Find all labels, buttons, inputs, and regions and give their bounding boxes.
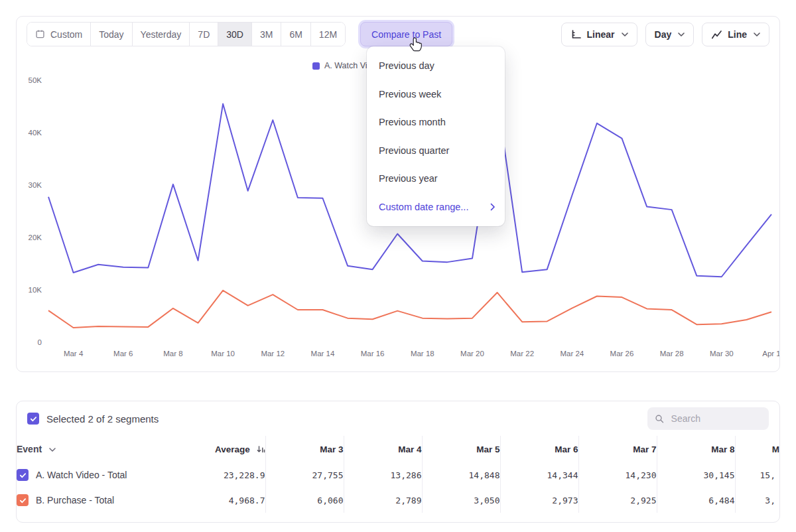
value-cell: 13,286 bbox=[344, 462, 422, 488]
chevron-down-icon bbox=[49, 448, 56, 452]
range-label: Custom bbox=[50, 29, 82, 40]
range-button-custom[interactable]: Custom bbox=[27, 23, 91, 46]
segments-table: Event Average Mar 3Mar 4Mar 5Mar 6Mar 7M… bbox=[17, 436, 779, 513]
range-button-6m[interactable]: 6M bbox=[281, 23, 310, 46]
select-all-checkbox[interactable] bbox=[27, 413, 39, 425]
event-column-header[interactable]: Event bbox=[17, 436, 189, 462]
range-button-30d[interactable]: 30D bbox=[218, 23, 252, 46]
average-header-label: Average bbox=[215, 444, 250, 454]
range-label: Yesterday bbox=[141, 29, 182, 40]
x-axis-label: Mar 4 bbox=[64, 350, 84, 358]
menu-item-previous-day[interactable]: Previous day bbox=[367, 52, 505, 80]
value-cell: 6,060 bbox=[265, 488, 344, 513]
line-chart-icon bbox=[711, 29, 722, 40]
row-label: B. Purchase - Total bbox=[36, 495, 114, 505]
value-cell: 2,789 bbox=[344, 488, 422, 513]
range-button-7d[interactable]: 7D bbox=[190, 23, 218, 46]
search-input[interactable] bbox=[670, 413, 762, 425]
value-cell: 2,973 bbox=[500, 488, 578, 513]
range-label: 6M bbox=[289, 29, 302, 40]
range-label: Today bbox=[99, 29, 123, 40]
segments-header: Selected 2 of 2 segments bbox=[17, 401, 779, 436]
row-checkbox[interactable] bbox=[17, 494, 29, 506]
table-header-row: Event Average Mar 3Mar 4Mar 5Mar 6Mar 7M… bbox=[17, 436, 779, 462]
date-column-header: Mar 6 bbox=[500, 436, 578, 462]
x-axis-label: Mar 26 bbox=[610, 350, 634, 358]
value-cell: 6,484 bbox=[657, 488, 735, 513]
average-cell: 4,968.7 bbox=[189, 488, 265, 513]
chart-controls: Linear Day Line bbox=[561, 23, 769, 46]
range-group: CustomTodayYesterday7D30D3M6M12M bbox=[27, 22, 346, 46]
average-column-header[interactable]: Average bbox=[189, 436, 265, 462]
value-cell-clipped: 3, bbox=[735, 488, 779, 513]
date-column-header: Mar 5 bbox=[422, 436, 500, 462]
menu-item-custom-date-range[interactable]: Custom date range... bbox=[367, 193, 505, 222]
chart-type-select-button[interactable]: Line bbox=[702, 23, 769, 46]
range-button-yesterday[interactable]: Yesterday bbox=[133, 23, 190, 46]
chevron-down-icon bbox=[678, 33, 685, 36]
menu-item-previous-week[interactable]: Previous week bbox=[367, 80, 505, 109]
event-header-label: Event bbox=[17, 444, 42, 454]
chevron-down-icon bbox=[622, 33, 628, 36]
x-axis-label: Mar 20 bbox=[460, 350, 484, 358]
value-cell-clipped: 15, bbox=[735, 462, 779, 488]
search-icon bbox=[655, 413, 665, 425]
value-cell: 3,050 bbox=[422, 488, 500, 513]
y-axis-label: 20K bbox=[29, 233, 42, 241]
checkbox-check-icon bbox=[30, 415, 37, 423]
hand-cursor-icon bbox=[409, 37, 423, 53]
compare-dropdown: Previous dayPrevious weekPrevious monthP… bbox=[367, 46, 505, 226]
x-axis-label: Mar 30 bbox=[710, 350, 734, 358]
y-axis-label: 40K bbox=[29, 129, 42, 137]
range-button-3m[interactable]: 3M bbox=[252, 23, 281, 46]
custom-date-range-label: Custom date range... bbox=[379, 200, 468, 214]
date-column-header: Mar 4 bbox=[344, 436, 422, 462]
y-axis-label: 10K bbox=[29, 286, 42, 294]
value-cell: 30,145 bbox=[657, 462, 735, 488]
menu-item-previous-quarter[interactable]: Previous quarter bbox=[367, 137, 505, 165]
value-cell: 14,344 bbox=[500, 462, 578, 488]
chart-type-label: Line bbox=[728, 29, 747, 40]
checkbox-check-icon bbox=[19, 497, 27, 504]
analytics-page: CustomTodayYesterday7D30D3M6M12M Compare… bbox=[0, 0, 796, 532]
menu-item-previous-year[interactable]: Previous year bbox=[367, 165, 505, 193]
row-label: A. Watch Video - Total bbox=[36, 470, 127, 480]
search-box[interactable] bbox=[647, 407, 769, 430]
linear-axis-icon bbox=[570, 29, 582, 40]
value-cell: 2,925 bbox=[578, 488, 657, 513]
y-axis-label: 30K bbox=[29, 181, 42, 189]
x-axis-label: Mar 24 bbox=[560, 350, 584, 358]
date-column-header: Mar 7 bbox=[578, 436, 657, 462]
chevron-down-icon bbox=[754, 33, 760, 36]
series-line-b bbox=[48, 291, 771, 328]
legend-swatch bbox=[312, 62, 320, 70]
x-axis-label: Mar 12 bbox=[261, 350, 285, 358]
range-label: 30D bbox=[226, 29, 243, 40]
sort-desc-icon bbox=[257, 445, 265, 454]
scale-label: Linear bbox=[587, 29, 615, 40]
interval-select-button[interactable]: Day bbox=[645, 23, 695, 46]
value-cell: 14,230 bbox=[578, 462, 657, 488]
average-cell: 23,228.9 bbox=[189, 462, 265, 488]
menu-item-previous-month[interactable]: Previous month bbox=[367, 108, 505, 137]
x-axis-label: Apr 1 bbox=[762, 350, 779, 358]
x-axis-label: Mar 28 bbox=[660, 350, 684, 358]
date-column-header: Mar 3 bbox=[265, 436, 344, 462]
range-button-12m[interactable]: 12M bbox=[311, 23, 345, 46]
range-button-today[interactable]: Today bbox=[91, 23, 132, 46]
interval-label: Day bbox=[655, 29, 672, 40]
scale-select-button[interactable]: Linear bbox=[561, 23, 637, 46]
table-row: A. Watch Video - Total23,228.927,75513,2… bbox=[17, 462, 779, 488]
value-cell: 27,755 bbox=[265, 462, 344, 488]
segments-card: Selected 2 of 2 segments Event bbox=[16, 401, 780, 523]
y-axis-label: 50K bbox=[29, 76, 42, 84]
x-axis-label: Mar 14 bbox=[311, 350, 335, 358]
x-axis-label: Mar 6 bbox=[113, 350, 133, 358]
clipped-column-header: M bbox=[735, 436, 779, 462]
x-axis-label: Mar 18 bbox=[411, 350, 434, 358]
segments-selected-label: Selected 2 of 2 segments bbox=[46, 413, 159, 425]
x-axis-label: Mar 10 bbox=[211, 350, 235, 358]
range-label: 7D bbox=[198, 29, 210, 40]
compare-to-past-button[interactable]: Compare to Past bbox=[360, 22, 452, 46]
row-checkbox[interactable] bbox=[17, 469, 29, 481]
